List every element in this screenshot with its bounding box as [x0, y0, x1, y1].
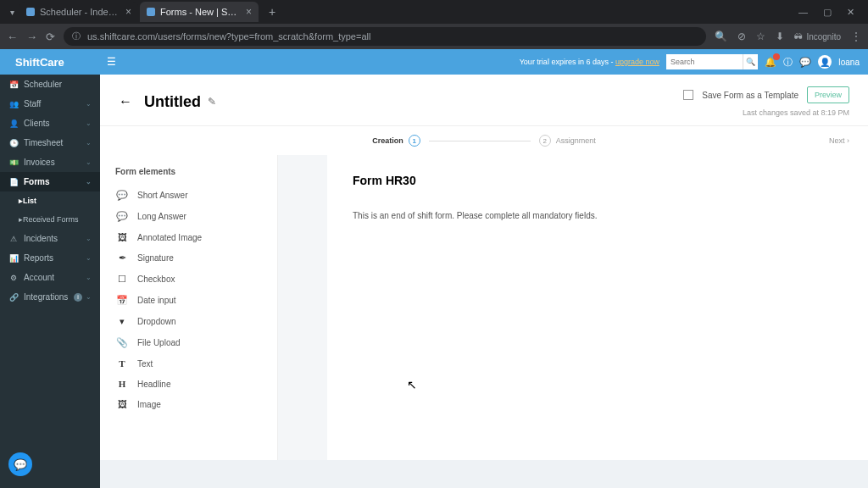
- long-answer-icon: 💬: [115, 211, 129, 222]
- notification-badge: [773, 53, 780, 60]
- user-name[interactable]: Ioana: [838, 58, 860, 67]
- search-button[interactable]: 🔍: [743, 54, 758, 69]
- info-icon[interactable]: ⓘ: [783, 56, 793, 69]
- step-assignment[interactable]: 2 Assignment: [539, 135, 596, 147]
- element-date-input[interactable]: 📅Date input: [115, 290, 262, 311]
- element-file-upload[interactable]: 📎File Upload: [115, 332, 262, 353]
- browser-tab[interactable]: Scheduler - Index | ShiftCare | ×: [19, 2, 138, 22]
- step-number: 1: [409, 135, 420, 147]
- new-tab-button[interactable]: +: [260, 5, 284, 19]
- extensions-icon[interactable]: ⊘: [737, 30, 746, 42]
- form-description[interactable]: This is an end of shift form. Please com…: [353, 211, 843, 220]
- drop-zone[interactable]: [278, 155, 327, 460]
- page-title: Untitled: [144, 93, 201, 111]
- menu-icon[interactable]: ⋮: [851, 30, 861, 42]
- hamburger-icon[interactable]: ☰: [100, 56, 123, 68]
- step-number: 2: [539, 135, 551, 147]
- sidebar-item-reports[interactable]: 📊Reports⌄: [0, 248, 100, 268]
- staff-icon: 👥: [8, 100, 19, 108]
- download-icon[interactable]: ⬇: [776, 30, 784, 42]
- trial-text: Your trial expires in 6 days - upgrade n…: [520, 58, 659, 66]
- save-template-label: Save Form as a Template: [702, 91, 798, 100]
- step-creation[interactable]: Creation 1: [372, 135, 420, 147]
- chevron-down-icon: ⌄: [86, 178, 92, 186]
- url-text: us.shiftcare.com/users/forms/new?type=fr…: [87, 31, 370, 42]
- form-canvas[interactable]: Form HR30 This is an end of shift form. …: [327, 155, 868, 460]
- element-annotated-image[interactable]: 🖼Annotated Image: [115, 227, 262, 247]
- zoom-icon[interactable]: 🔍: [715, 30, 727, 42]
- chevron-down-icon: ⌄: [86, 274, 92, 281]
- element-long-answer[interactable]: 💬Long Answer: [115, 206, 262, 227]
- dropdown-icon: ▾: [115, 316, 129, 327]
- sidebar-item-invoices[interactable]: 💵Invoices⌄: [0, 152, 100, 172]
- image-icon: 🖼: [115, 399, 129, 409]
- support-chat-button[interactable]: 💬: [8, 452, 32, 476]
- element-short-answer[interactable]: 💬Short Answer: [115, 185, 262, 206]
- favicon-icon: [147, 8, 155, 16]
- timesheet-icon: 🕒: [8, 139, 19, 147]
- search-input[interactable]: [666, 54, 743, 69]
- close-icon[interactable]: ×: [246, 6, 252, 18]
- form-elements-panel: Form elements 💬Short Answer 💬Long Answer…: [100, 155, 278, 460]
- sidebar-subitem-received[interactable]: ▸ Received Forms: [0, 210, 100, 229]
- sidebar-subitem-list[interactable]: ▸ List: [0, 191, 100, 210]
- notifications-icon[interactable]: 🔔: [765, 57, 776, 68]
- upgrade-link[interactable]: upgrade now: [615, 58, 659, 66]
- step-divider: [429, 141, 531, 141]
- chevron-down-icon: ⌄: [86, 139, 92, 147]
- sidebar-item-integrations[interactable]: 🔗Integrationsi⌄: [0, 287, 100, 307]
- edit-title-icon[interactable]: ✎: [208, 96, 216, 108]
- elements-title: Form elements: [115, 167, 262, 176]
- browser-tab-active[interactable]: Forms - New | ShiftCare | Ioana ×: [140, 2, 259, 22]
- element-headline[interactable]: HHeadline: [115, 374, 262, 394]
- url-bar[interactable]: ⓘ us.shiftcare.com/users/forms/new?type=…: [64, 27, 706, 46]
- save-template-checkbox[interactable]: [683, 90, 693, 100]
- forms-icon: 📄: [8, 178, 19, 186]
- sidebar-item-timesheet[interactable]: 🕒Timesheet⌄: [0, 133, 100, 152]
- file-upload-icon: 📎: [115, 337, 129, 348]
- chevron-down-icon: ⌄: [86, 293, 92, 301]
- incognito-icon: 🕶: [794, 32, 803, 42]
- tab-title: Scheduler - Index | ShiftCare |: [40, 7, 119, 17]
- element-signature[interactable]: ✒Signature: [115, 247, 262, 269]
- back-icon[interactable]: ←: [7, 30, 18, 43]
- bookmark-icon[interactable]: ☆: [756, 30, 765, 42]
- brand-logo[interactable]: ShiftCare: [0, 56, 100, 69]
- minimize-icon[interactable]: —: [798, 7, 808, 18]
- preview-button[interactable]: Preview: [807, 86, 849, 103]
- clients-icon: 👤: [8, 119, 19, 128]
- reports-icon: 📊: [8, 254, 19, 263]
- checkbox-icon: ☐: [115, 274, 129, 285]
- back-button[interactable]: ←: [119, 94, 132, 109]
- close-icon[interactable]: ×: [125, 6, 131, 18]
- last-saved-text: Last changes saved at 8:19 PM: [743, 108, 849, 117]
- tab-dropdown-icon[interactable]: ▾: [5, 8, 19, 17]
- short-answer-icon: 💬: [115, 190, 129, 201]
- chevron-down-icon: ⌄: [86, 100, 92, 108]
- sidebar-item-account[interactable]: ⚙Account⌄: [0, 268, 100, 287]
- element-checkbox[interactable]: ☐Checkbox: [115, 269, 262, 290]
- maximize-icon[interactable]: ▢: [823, 7, 832, 18]
- chat-icon[interactable]: 💬: [799, 57, 811, 68]
- sidebar-item-clients[interactable]: 👤Clients⌄: [0, 114, 100, 133]
- incognito-badge: 🕶 Incognito: [794, 32, 841, 42]
- element-dropdown[interactable]: ▾Dropdown: [115, 311, 262, 332]
- forward-icon[interactable]: →: [26, 30, 37, 43]
- incidents-icon: ⚠: [8, 235, 19, 243]
- signature-icon: ✒: [115, 252, 129, 263]
- next-button[interactable]: Next ›: [829, 136, 849, 145]
- avatar[interactable]: 👤: [818, 55, 832, 69]
- sidebar-item-incidents[interactable]: ⚠Incidents⌄: [0, 229, 100, 248]
- close-window-icon[interactable]: ✕: [847, 7, 854, 18]
- site-info-icon[interactable]: ⓘ: [72, 30, 81, 42]
- reload-icon[interactable]: ⟳: [46, 30, 55, 43]
- chevron-down-icon: ⌄: [86, 158, 92, 166]
- element-image[interactable]: 🖼Image: [115, 394, 262, 414]
- element-text[interactable]: TText: [115, 353, 262, 374]
- integrations-icon: 🔗: [8, 293, 19, 302]
- sidebar-item-staff[interactable]: 👥Staff⌄: [0, 94, 100, 114]
- favicon-icon: [26, 8, 35, 16]
- sidebar-item-forms[interactable]: 📄Forms⌄: [0, 172, 100, 191]
- form-title[interactable]: Form HR30: [353, 174, 843, 187]
- sidebar-item-scheduler[interactable]: 📅Scheduler: [0, 75, 100, 94]
